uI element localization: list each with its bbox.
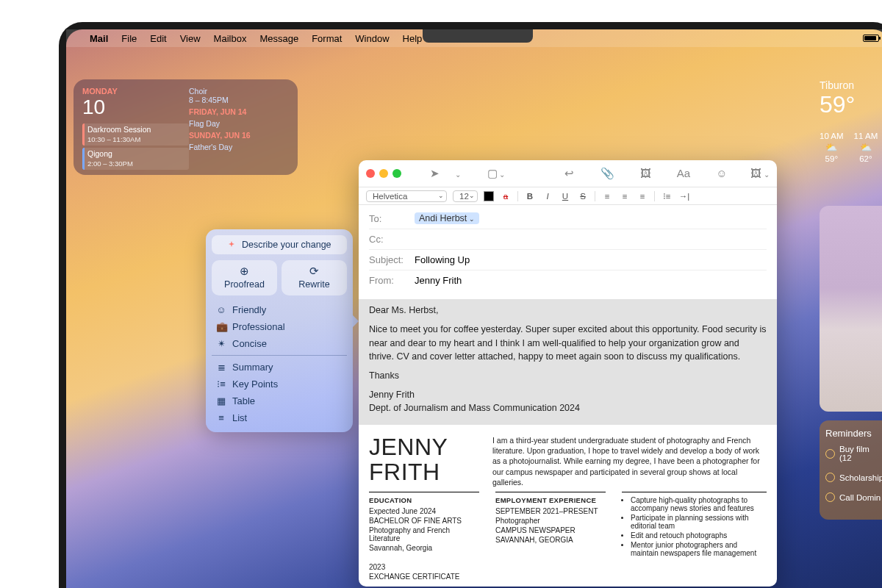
calendar-event: Darkroom Session 10:30 – 11:30AM xyxy=(82,123,189,146)
list-icon: ≡ xyxy=(216,412,226,423)
checkbox-icon[interactable] xyxy=(825,492,835,502)
proofread-button[interactable]: ⊕Proofread xyxy=(212,260,277,295)
text-color-swatch[interactable] xyxy=(484,191,494,201)
format-icon[interactable]: Aa xyxy=(674,167,693,179)
cc-label: Cc: xyxy=(369,234,409,245)
menu-bar: Mail File Edit View Mailbox Message Form… xyxy=(66,29,882,47)
size-select[interactable]: 12 xyxy=(453,190,478,202)
align-center-icon[interactable]: ≡ xyxy=(619,192,631,201)
close-button[interactable] xyxy=(366,169,375,178)
menu-app[interactable]: Mail xyxy=(90,33,108,44)
font-select[interactable]: Helvetica xyxy=(366,190,447,202)
align-left-icon[interactable]: ≡ xyxy=(601,192,613,201)
from-value[interactable]: Jenny Frith xyxy=(415,275,462,286)
calendar-row: SUNDAY, JUN 16 xyxy=(189,131,289,140)
cv-employment: EMPLOYMENT EXPERIENCE SEPTEMBER 2021–PRE… xyxy=(495,492,606,582)
cloudy-icon: ⛅ xyxy=(854,142,878,153)
describe-change-button[interactable]: Describe your change xyxy=(212,235,347,254)
to-label: To: xyxy=(369,213,409,224)
attach-icon[interactable]: 📎 xyxy=(598,167,617,180)
recipient-chip[interactable]: Andi Herbst xyxy=(415,212,479,224)
reminders-title: Reminders xyxy=(825,428,882,439)
menu-edit[interactable]: Edit xyxy=(150,33,166,44)
magnify-icon: ⊕ xyxy=(212,265,277,278)
format-bar: Helvetica 12 a B I U S ≡ ≡ ≡ ⁝≡ →| xyxy=(359,187,777,206)
calendar-row: FRIDAY, JUN 14 xyxy=(189,107,289,116)
cv-attachment: JENNYFRITH I am a third-year student und… xyxy=(359,425,777,487)
weather-city: Tiburon xyxy=(820,79,882,91)
italic-button[interactable]: I xyxy=(542,192,553,201)
strike-button[interactable]: S xyxy=(577,192,589,201)
calendar-row: Choir8 – 8:45PM xyxy=(189,87,289,104)
subject-field[interactable]: Following Up xyxy=(415,254,470,265)
keypoints-icon: ⁝≡ xyxy=(216,379,226,390)
selected-text[interactable]: Dear Ms. Herbst, Nice to meet you for co… xyxy=(359,299,777,425)
underline-button[interactable]: U xyxy=(559,192,571,201)
strike-color-icon[interactable]: a xyxy=(500,192,512,201)
format-keypoints[interactable]: ⁝≡Key Points xyxy=(212,376,347,392)
sparkle-icon xyxy=(227,240,236,249)
header-fields-icon[interactable]: ▢ xyxy=(487,167,506,180)
compose-headers: To:Andi Herbst Cc: Subject:Following Up … xyxy=(359,205,777,293)
cv-bullets: Capture high-quality photographs to acco… xyxy=(622,492,767,582)
battery-icon[interactable] xyxy=(863,35,879,42)
table-icon: ▦ xyxy=(216,395,226,406)
reminder-item[interactable]: Scholarship xyxy=(825,473,882,482)
send-later-dropdown[interactable] xyxy=(448,167,467,179)
menu-view[interactable]: View xyxy=(180,33,201,44)
weather-hour: 10 AM⛅59° xyxy=(820,132,844,163)
checkbox-icon[interactable] xyxy=(825,473,835,482)
minimize-button[interactable] xyxy=(379,169,388,178)
weather-widget[interactable]: Tiburon 59° 10 AM⛅59° 11 AM⛅62° xyxy=(820,79,882,163)
weather-temp: 59° xyxy=(820,91,882,118)
menu-file[interactable]: File xyxy=(121,33,137,44)
menu-window[interactable]: Window xyxy=(355,33,389,44)
calendar-row: Father's Day xyxy=(189,143,289,151)
tone-concise[interactable]: ✴Concise xyxy=(212,335,347,352)
compose-toolbar: ➤ ▢ ↩ 📎 🖼 Aa ☺ 🖼 xyxy=(359,160,777,187)
photo-browser-icon[interactable]: 🖼 xyxy=(636,167,655,179)
macbook-screen: Mail File Edit View Mailbox Message Form… xyxy=(59,22,882,588)
subject-label: Subject: xyxy=(369,254,409,265)
format-list[interactable]: ≡List xyxy=(212,409,347,426)
reminder-item[interactable]: Buy film (12 xyxy=(825,445,882,462)
tone-friendly[interactable]: ☺Friendly xyxy=(212,301,347,318)
calendar-event: Qigong 2:00 – 3:30PM xyxy=(82,148,189,170)
smile-icon: ☺ xyxy=(216,304,226,315)
weather-hour: 11 AM⛅62° xyxy=(854,132,878,163)
send-icon[interactable]: ➤ xyxy=(425,167,444,180)
reply-icon[interactable]: ↩ xyxy=(559,167,578,180)
concise-icon: ✴ xyxy=(216,338,226,349)
format-summary[interactable]: ≣Summary xyxy=(212,359,347,376)
menu-format[interactable]: Format xyxy=(312,33,342,44)
reminder-item[interactable]: Call Domin xyxy=(825,492,882,502)
cv-education: EDUCATION Expected June 2024BACHELOR OF … xyxy=(369,492,479,582)
emoji-icon[interactable]: ☺ xyxy=(712,167,731,179)
tone-professional[interactable]: 💼Professional xyxy=(212,318,347,335)
compose-body[interactable]: Dear Ms. Herbst, Nice to meet you for co… xyxy=(359,293,777,587)
writing-tools-popover: Describe your change ⊕Proofread ⟳Rewrite… xyxy=(206,229,353,432)
align-right-icon[interactable]: ≡ xyxy=(637,192,648,201)
format-table[interactable]: ▦Table xyxy=(212,392,347,409)
calendar-row: Flag Day xyxy=(189,119,289,128)
menu-message[interactable]: Message xyxy=(259,33,298,44)
rewrite-icon: ⟳ xyxy=(282,265,347,278)
photos-widget[interactable] xyxy=(820,206,882,412)
from-label: From: xyxy=(369,275,409,286)
insert-image-icon[interactable]: 🖼 xyxy=(750,167,770,179)
list-bullets-icon[interactable]: ⁝≡ xyxy=(661,191,673,201)
calendar-widget[interactable]: MONDAY 10 Darkroom Session 10:30 – 11:30… xyxy=(74,79,298,175)
briefcase-icon: 💼 xyxy=(216,321,226,332)
zoom-button[interactable] xyxy=(392,169,401,178)
menu-help[interactable]: Help xyxy=(403,33,423,44)
checkbox-icon[interactable] xyxy=(825,449,835,459)
calendar-day-name: MONDAY xyxy=(82,87,189,96)
indent-icon[interactable]: →| xyxy=(678,192,690,201)
calendar-day-number: 10 xyxy=(82,96,189,119)
bold-button[interactable]: B xyxy=(524,192,536,201)
compose-window: ➤ ▢ ↩ 📎 🖼 Aa ☺ 🖼 Helvetica 12 a B I U xyxy=(359,160,777,587)
cv-bio: I am a third-year student undergraduate … xyxy=(492,435,767,487)
rewrite-button[interactable]: ⟳Rewrite xyxy=(282,260,347,295)
menu-mailbox[interactable]: Mailbox xyxy=(214,33,247,44)
reminders-widget[interactable]: Reminders Buy film (12 Scholarship Call … xyxy=(820,420,882,520)
